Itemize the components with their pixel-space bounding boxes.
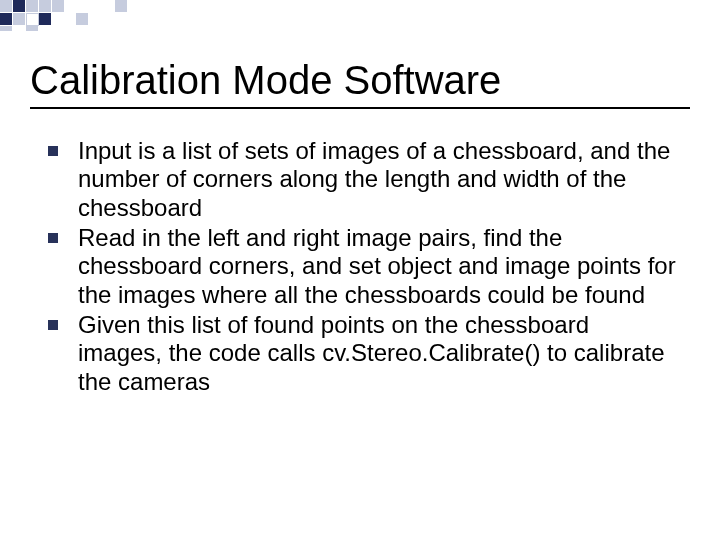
list-item-text: Given this list of found points on the c… xyxy=(78,311,665,395)
list-item-text: Read in the left and right image pairs, … xyxy=(78,224,676,308)
square-bullet-icon xyxy=(48,320,58,330)
slide: Calibration Mode Software Input is a lis… xyxy=(0,0,720,540)
slide-title: Calibration Mode Software xyxy=(30,58,690,103)
list-item: Read in the left and right image pairs, … xyxy=(44,224,676,309)
square-bullet-icon xyxy=(48,233,58,243)
bullet-list: Input is a list of sets of images of a c… xyxy=(30,137,690,396)
list-item: Given this list of found points on the c… xyxy=(44,311,676,396)
title-underline xyxy=(30,107,690,109)
square-bullet-icon xyxy=(48,146,58,156)
list-item: Input is a list of sets of images of a c… xyxy=(44,137,676,222)
list-item-text: Input is a list of sets of images of a c… xyxy=(78,137,670,221)
